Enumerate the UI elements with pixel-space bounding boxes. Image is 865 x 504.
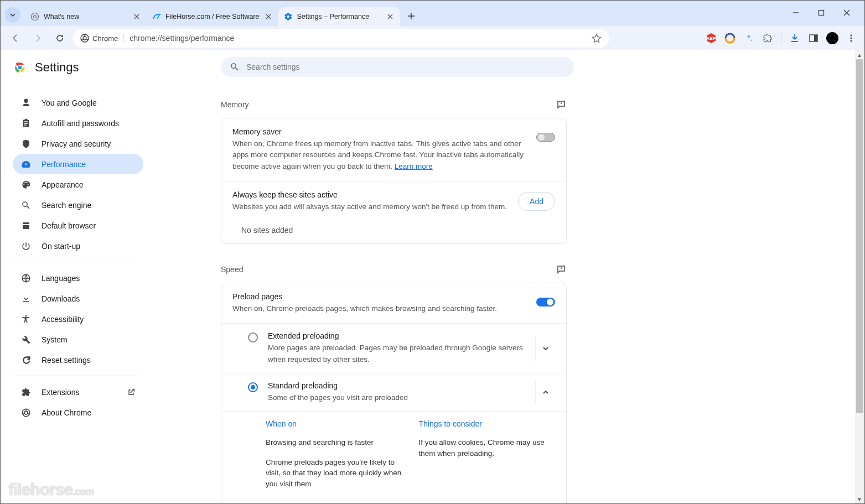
close-icon[interactable] xyxy=(264,12,273,21)
row-description: Websites you add will always stay active… xyxy=(232,201,507,212)
chrome-logo-icon xyxy=(13,60,27,75)
memory-saver-toggle[interactable] xyxy=(536,133,555,142)
power-icon xyxy=(20,241,32,251)
address-bar[interactable]: Chrome chrome://settings/performance xyxy=(72,29,609,48)
reload-button[interactable] xyxy=(50,29,69,48)
minimize-button[interactable] xyxy=(788,5,804,20)
tab-whats-new[interactable]: What's new xyxy=(25,7,147,26)
svg-point-1 xyxy=(34,15,37,18)
feedback-icon[interactable] xyxy=(556,99,567,110)
detail-text: Browsing and searching is faster xyxy=(266,437,402,448)
detail-text: If you allow cookies, Chrome may use the… xyxy=(419,437,556,459)
close-icon[interactable] xyxy=(386,12,395,21)
side-panel-icon[interactable] xyxy=(806,30,821,46)
scrollbar-thumb[interactable] xyxy=(856,59,863,413)
nav-autofill[interactable]: Autofill and passwords xyxy=(13,113,143,133)
nav-divider xyxy=(13,262,138,262)
maximize-button[interactable] xyxy=(814,5,829,20)
nav-accessibility[interactable]: Accessibility xyxy=(13,309,143,329)
settings-nav: You and Google Autofill and passwords Pr… xyxy=(13,92,143,423)
chrome-outline-icon xyxy=(20,408,32,418)
back-button[interactable] xyxy=(6,29,25,48)
svg-point-4 xyxy=(83,37,86,40)
window-controls xyxy=(788,5,854,20)
adblock-icon[interactable]: ABP xyxy=(703,30,719,46)
extended-preloading-option[interactable]: Extended preloading More pages are prelo… xyxy=(221,323,566,373)
toolbar: Chrome chrome://settings/performance ABP xyxy=(1,26,864,50)
extension-sparkle-icon[interactable] xyxy=(741,30,757,46)
preload-toggle[interactable] xyxy=(536,298,555,306)
tab-strip: What's new FileHorse.com / Free Software… xyxy=(1,1,864,26)
tab-settings-performance[interactable]: Settings – Performance xyxy=(278,7,400,26)
tab-search-button[interactable] xyxy=(5,7,20,23)
search-icon xyxy=(230,62,240,72)
nav-privacy[interactable]: Privacy and security xyxy=(13,133,143,154)
gear-icon xyxy=(284,12,293,21)
kebab-menu-icon[interactable] xyxy=(843,30,859,46)
search-icon xyxy=(20,200,32,210)
preload-pages-row: Preload pages When on, Chrome preloads p… xyxy=(221,283,566,323)
search-settings-input[interactable] xyxy=(246,63,565,71)
tab-filehorse[interactable]: FileHorse.com / Free Software xyxy=(147,7,278,26)
row-title: Memory saver xyxy=(232,127,525,136)
detail-text: Chrome preloads pages you're likely to v… xyxy=(266,457,402,490)
nav-you-and-google[interactable]: You and Google xyxy=(13,92,143,113)
row-description: Some of the pages you visit are preloade… xyxy=(268,392,525,403)
feedback-icon[interactable] xyxy=(556,264,567,275)
nav-search-engine[interactable]: Search engine xyxy=(13,195,143,215)
extension-swirl-icon[interactable] xyxy=(722,30,738,46)
radio-unselected[interactable] xyxy=(248,332,258,342)
vertical-scrollbar[interactable]: ▲ ▼ xyxy=(855,50,864,503)
scroll-down-icon[interactable]: ▼ xyxy=(855,495,864,503)
profile-avatar[interactable] xyxy=(825,30,840,46)
section-memory-header: Memory xyxy=(221,99,567,110)
site-chip: Chrome xyxy=(80,34,124,43)
tab-title: FileHorse.com / Free Software xyxy=(165,13,260,20)
forward-button[interactable] xyxy=(28,29,47,48)
scroll-up-icon[interactable]: ▲ xyxy=(855,50,864,59)
close-icon[interactable] xyxy=(132,12,141,21)
downloads-icon[interactable] xyxy=(787,30,802,46)
nav-default-browser[interactable]: Default browser xyxy=(13,215,143,236)
bookmark-star-icon[interactable] xyxy=(592,33,602,43)
section-speed-header: Speed xyxy=(221,264,567,275)
nav-startup[interactable]: On start-up xyxy=(13,236,143,256)
nav-languages[interactable]: Languages xyxy=(13,268,143,288)
svg-point-12 xyxy=(850,37,852,39)
search-settings[interactable] xyxy=(221,57,574,77)
row-description: When on, Chrome preloads pages, which ma… xyxy=(232,303,525,314)
row-title: Preload pages xyxy=(232,292,525,301)
new-tab-button[interactable] xyxy=(403,8,419,24)
nav-extensions[interactable]: Extensions xyxy=(13,382,143,402)
chevron-up-icon[interactable] xyxy=(535,380,555,404)
nav-about[interactable]: About Chrome xyxy=(13,402,143,423)
row-title: Always keep these sites active xyxy=(232,190,507,199)
settings-content: Memory Memory saver When on, Chrome free… xyxy=(221,50,864,503)
settings-title: Settings xyxy=(35,60,79,75)
accessibility-icon xyxy=(20,314,32,324)
standard-preloading-option[interactable]: Standard preloading Some of the pages yo… xyxy=(221,373,566,411)
nav-performance[interactable]: Performance xyxy=(13,154,143,174)
site-chip-label: Chrome xyxy=(92,34,118,43)
settings-sidebar: Settings You and Google Autofill and pas… xyxy=(1,50,221,503)
memory-saver-row: Memory saver When on, Chrome frees up me… xyxy=(221,118,566,181)
chrome-icon xyxy=(80,34,89,43)
nav-reset[interactable]: Reset settings xyxy=(13,350,143,370)
extensions-puzzle-icon[interactable] xyxy=(760,30,775,46)
chevron-down-icon[interactable] xyxy=(535,336,555,361)
restore-icon xyxy=(20,355,32,365)
row-title: Standard preloading xyxy=(268,381,525,390)
radio-selected[interactable] xyxy=(248,382,258,392)
palette-icon xyxy=(20,180,32,190)
learn-more-link[interactable]: Learn more xyxy=(395,162,433,170)
puzzle-icon xyxy=(20,387,32,397)
nav-appearance[interactable]: Appearance xyxy=(13,174,143,195)
filehorse-icon xyxy=(152,12,161,21)
row-title: Extended preloading xyxy=(268,331,525,340)
nav-downloads[interactable]: Downloads xyxy=(13,288,143,309)
section-title: Memory xyxy=(221,100,249,109)
add-site-button[interactable]: Add xyxy=(518,192,555,211)
nav-system[interactable]: System xyxy=(13,329,143,350)
tab-title: Settings – Performance xyxy=(297,13,381,20)
close-window-button[interactable] xyxy=(839,5,854,20)
